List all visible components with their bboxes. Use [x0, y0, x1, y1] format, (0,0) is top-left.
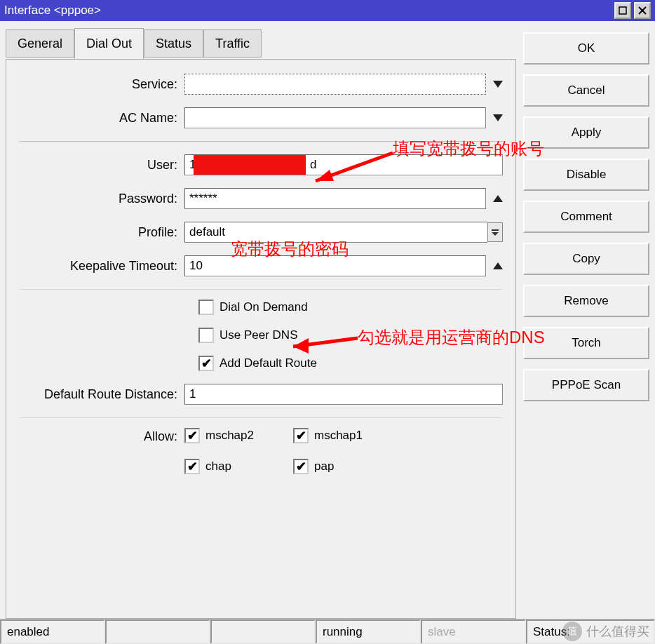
profile-input[interactable] [184, 222, 487, 243]
use-peer-dns-checkbox[interactable] [198, 328, 214, 343]
password-input[interactable] [184, 188, 486, 209]
cancel-button[interactable]: Cancel [523, 74, 649, 107]
statusbar: enabled running slave Status: 值 什么值得买 [0, 619, 655, 644]
right-pane: OK Cancel Apply Disable Comment Copy Rem… [523, 28, 649, 619]
body-area: General Dial Out Status Traffic Service:… [0, 21, 655, 619]
allow-label: Allow: [19, 428, 184, 444]
comment-button[interactable]: Comment [523, 201, 649, 233]
tab-status[interactable]: Status [144, 29, 203, 58]
status-slave: slave [421, 619, 526, 644]
pap-checkbox[interactable]: ✔ [293, 459, 309, 474]
mschap2-label: mschap2 [205, 429, 254, 443]
user-label: User: [19, 158, 184, 173]
chap-label: chap [205, 459, 231, 474]
pppoe-scan-button[interactable]: PPPoE Scan [523, 369, 649, 401]
dial-on-demand-checkbox[interactable] [198, 300, 214, 315]
use-peer-dns-label: Use Peer DNS [220, 328, 297, 342]
apply-button[interactable]: Apply [523, 116, 649, 149]
status-enabled: enabled [0, 619, 105, 644]
chap-checkbox[interactable]: ✔ [184, 459, 200, 474]
window-title: Interface <pppoe> [4, 4, 612, 18]
service-input[interactable] [184, 74, 486, 95]
minimize-button[interactable] [614, 2, 631, 19]
acname-label: AC Name: [19, 111, 184, 126]
pap-label: pap [314, 459, 334, 474]
user-input[interactable]: 1 d [184, 154, 503, 175]
add-default-route-label: Add Default Route [220, 356, 317, 370]
status-last: Status: 值 什么值得买 [526, 619, 655, 644]
svg-rect-0 [619, 7, 626, 14]
status-cell-3 [210, 619, 316, 644]
copy-button[interactable]: Copy [523, 243, 649, 275]
mschap1-checkbox[interactable]: ✔ [293, 428, 309, 443]
keepalive-label: Keepalive Timeout: [19, 259, 184, 274]
tab-dial-out[interactable]: Dial Out [74, 28, 144, 59]
acname-expand-icon[interactable] [493, 114, 503, 121]
status-running: running [316, 619, 421, 644]
password-label: Password: [19, 192, 184, 206]
mschap2-checkbox[interactable]: ✔ [184, 428, 200, 443]
watermark-icon: 值 [562, 622, 582, 641]
watermark-text: 什么值得买 [586, 623, 649, 640]
mschap1-label: mschap1 [314, 429, 363, 443]
disable-button[interactable]: Disable [523, 159, 649, 191]
dial-on-demand-label: Dial On Demand [220, 300, 308, 314]
watermark: 值 什么值得买 [562, 622, 649, 641]
tab-general[interactable]: General [6, 29, 74, 58]
tab-content: Service: AC Name: Use [6, 59, 516, 619]
service-label: Service: [19, 77, 184, 92]
ok-button[interactable]: OK [523, 32, 649, 65]
left-pane: General Dial Out Status Traffic Service:… [6, 28, 516, 619]
close-button[interactable] [634, 2, 651, 19]
default-route-distance-label: Default Route Distance: [19, 387, 184, 402]
default-route-distance-input[interactable] [184, 384, 503, 405]
keepalive-collapse-icon[interactable] [493, 262, 503, 269]
profile-dropdown-button[interactable] [487, 222, 503, 242]
tab-traffic[interactable]: Traffic [203, 29, 262, 58]
add-default-route-checkbox[interactable]: ✔ [198, 356, 214, 371]
acname-input[interactable] [184, 107, 486, 128]
keepalive-input[interactable] [184, 255, 486, 276]
titlebar: Interface <pppoe> [0, 0, 655, 21]
profile-label: Profile: [19, 225, 184, 240]
tabs: General Dial Out Status Traffic [6, 28, 516, 59]
minimize-icon [619, 6, 627, 15]
close-icon [638, 6, 647, 15]
status-cell-2 [105, 619, 210, 644]
user-value-suffix: d [310, 158, 316, 172]
service-expand-icon[interactable] [493, 81, 503, 88]
torch-button[interactable]: Torch [523, 327, 649, 359]
remove-button[interactable]: Remove [523, 285, 649, 317]
password-collapse-icon[interactable] [493, 195, 503, 202]
user-redaction [194, 155, 306, 175]
interface-window: Interface <pppoe> General Dial Out Statu… [0, 0, 655, 644]
